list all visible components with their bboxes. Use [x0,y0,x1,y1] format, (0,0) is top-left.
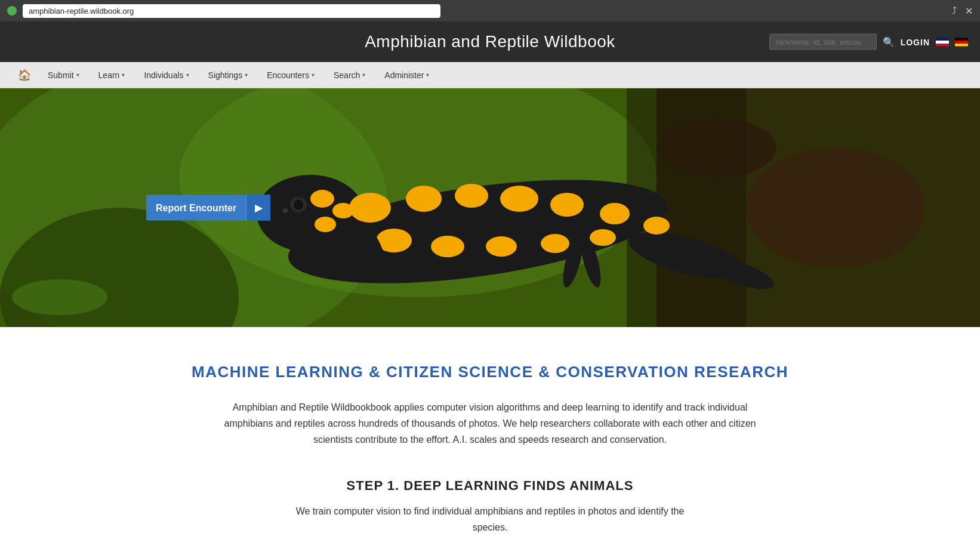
svg-point-15 [455,184,488,208]
hero-section: Report Encounter ▶ [0,88,980,327]
nav-sightings-arrow: ▾ [245,72,248,78]
svg-point-17 [550,193,584,217]
svg-point-21 [431,236,464,257]
main-nav: 🏠 Submit ▾ Learn ▾ Individuals ▾ Sightin… [0,62,980,88]
browser-favicon [7,6,17,16]
nav-search-arrow: ▾ [362,72,365,78]
nav-administer-arrow: ▾ [426,72,429,78]
nav-sightings-label: Sightings [208,70,243,80]
svg-point-19 [643,217,670,235]
nav-search-label: Search [334,70,360,80]
nav-administer-label: Administer [384,70,424,80]
nav-encounters-arrow: ▾ [312,72,315,78]
nav-administer[interactable]: Administer ▾ [376,66,437,85]
svg-point-18 [600,203,630,224]
main-section-body: Amphibian and Reptile Wildbookbook appli… [209,399,771,448]
report-encounter-button[interactable]: Report Encounter ▶ [146,195,270,221]
nav-learn[interactable]: Learn ▾ [90,66,134,85]
svg-point-32 [282,208,288,213]
english-flag[interactable] [936,38,949,46]
svg-point-26 [332,203,354,218]
nav-individuals[interactable]: Individuals ▾ [135,66,197,85]
nav-individuals-label: Individuals [144,70,183,80]
svg-point-14 [406,186,442,212]
svg-point-22 [486,236,517,257]
svg-point-25 [310,190,334,208]
nav-submit-arrow: ▾ [76,72,79,78]
svg-point-35 [746,148,925,267]
search-input[interactable] [769,34,877,50]
nav-home-button[interactable]: 🏠 [12,64,37,87]
svg-point-24 [590,229,616,246]
nav-learn-arrow: ▾ [122,72,125,78]
search-button[interactable]: 🔍 [883,36,895,48]
nav-individuals-arrow: ▾ [186,72,189,78]
main-section-heading: MACHINE LEARNING & CITIZEN SCIENCE & CON… [24,363,956,381]
login-button[interactable]: LOGIN [901,37,930,47]
nav-submit-label: Submit [48,70,74,80]
site-header: Amphibian and Reptile Wildbook 🔍 LOGIN [0,21,980,62]
svg-point-13 [349,193,391,223]
svg-point-27 [315,217,336,232]
browser-toolbar-icons: ⤴ ✕ [952,5,973,17]
svg-point-10 [294,200,303,209]
nav-encounters-label: Encounters [267,70,309,80]
nav-sightings[interactable]: Sightings ▾ [200,66,257,85]
svg-point-23 [541,234,569,253]
share-icon[interactable]: ⤴ [952,5,957,17]
svg-point-33 [12,279,107,315]
nav-search[interactable]: Search ▾ [325,66,374,85]
report-encounter-label: Report Encounter [146,195,246,220]
main-content: MACHINE LEARNING & CITIZEN SCIENCE & CON… [0,327,980,558]
header-right: 🔍 LOGIN [769,34,968,50]
nav-learn-label: Learn [98,70,120,80]
step1-body: We train computer vision to find individ… [281,503,699,535]
close-icon[interactable]: ✕ [965,5,973,17]
nav-submit[interactable]: Submit ▾ [39,66,88,85]
site-title: Amphibian and Reptile Wildbook [365,32,615,51]
german-flag[interactable] [955,38,968,46]
step1-heading: STEP 1. DEEP LEARNING FINDS ANIMALS [24,478,956,494]
nav-encounters[interactable]: Encounters ▾ [258,66,323,85]
svg-point-16 [500,186,538,212]
browser-chrome: ⤴ ✕ [0,0,980,21]
url-bar[interactable] [23,4,440,18]
svg-point-34 [657,118,776,178]
report-encounter-arrow-icon: ▶ [246,195,270,221]
